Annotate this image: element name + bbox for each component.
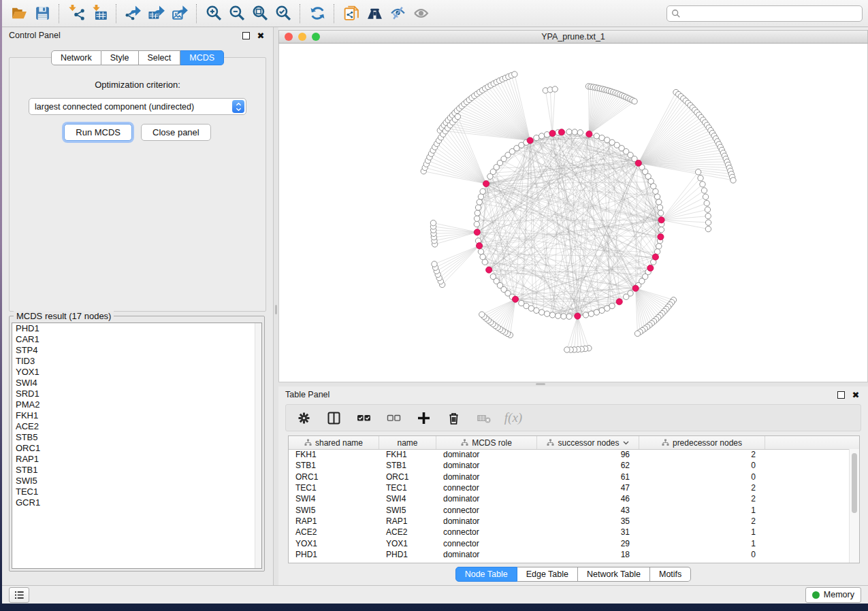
- cell-successor-nodes[interactable]: 61: [537, 472, 639, 482]
- ring-node[interactable]: [588, 311, 594, 316]
- cell-predecessor-nodes[interactable]: 0: [639, 461, 765, 470]
- mcds-node[interactable]: [512, 296, 518, 302]
- ring-node[interactable]: [478, 194, 483, 199]
- mcds-node[interactable]: [658, 217, 664, 223]
- ring-node[interactable]: [566, 129, 572, 135]
- cell-MCDS-role[interactable]: connector: [436, 527, 537, 537]
- column-header-predecessor-nodes[interactable]: predecessor nodes: [639, 436, 765, 449]
- ring-node[interactable]: [555, 313, 560, 318]
- ring-node[interactable]: [539, 310, 544, 315]
- table-row-ORC1[interactable]: ORC1ORC1dominator610: [289, 472, 850, 482]
- cell-successor-nodes[interactable]: 35: [537, 516, 639, 526]
- ring-node[interactable]: [480, 188, 485, 194]
- mcds-node-item[interactable]: STP4: [12, 345, 261, 356]
- leaf-node[interactable]: [700, 182, 705, 187]
- ring-node[interactable]: [657, 205, 662, 210]
- search-box[interactable]: [666, 5, 863, 22]
- cell-successor-nodes[interactable]: 96: [537, 450, 639, 459]
- leaf-node[interactable]: [705, 226, 711, 231]
- leaf-node[interactable]: [564, 347, 570, 352]
- find-network-button[interactable]: [363, 3, 386, 24]
- ring-node[interactable]: [658, 227, 664, 232]
- tab-select[interactable]: Select: [139, 50, 181, 65]
- cell-MCDS-role[interactable]: dominator: [436, 494, 537, 503]
- cell-name[interactable]: SWI5: [379, 506, 436, 515]
- tab-network-table[interactable]: Network Table: [578, 567, 650, 582]
- table-row-SWI4[interactable]: SWI4SWI4dominator462: [289, 493, 850, 504]
- cell-successor-nodes[interactable]: 46: [537, 494, 639, 503]
- mcds-node[interactable]: [476, 243, 482, 249]
- table-row-PHD1[interactable]: PHD1PHD1dominator180: [289, 549, 850, 560]
- close-panel-icon[interactable]: ✖: [255, 30, 266, 41]
- table-row-FKH1[interactable]: FKH1FKH1dominator962: [289, 449, 850, 460]
- cell-successor-nodes[interactable]: 47: [537, 483, 639, 493]
- cell-name[interactable]: STB1: [379, 461, 436, 470]
- mcds-node[interactable]: [558, 129, 564, 135]
- table-row-RAP1[interactable]: RAP1RAP1dominator352: [289, 516, 850, 527]
- cell-MCDS-role[interactable]: dominator: [436, 550, 537, 559]
- ring-node[interactable]: [599, 308, 605, 313]
- cell-predecessor-nodes[interactable]: 2: [639, 483, 765, 493]
- add-row-button[interactable]: [415, 410, 432, 426]
- ring-node[interactable]: [539, 133, 544, 139]
- export-image-button[interactable]: [168, 3, 191, 24]
- mcds-node-item[interactable]: ACE2: [12, 421, 261, 432]
- gear-button[interactable]: [295, 410, 312, 426]
- table-row-YOX1[interactable]: YOX1YOX1connector291: [289, 538, 850, 548]
- cell-MCDS-role[interactable]: connector: [436, 483, 537, 493]
- cell-successor-nodes[interactable]: 29: [537, 539, 639, 548]
- mcds-node-item[interactable]: CAR1: [12, 334, 261, 345]
- ring-node[interactable]: [544, 132, 549, 137]
- mcds-node-item[interactable]: TID3: [12, 356, 261, 367]
- ring-node[interactable]: [577, 130, 583, 135]
- column-header-successor-nodes[interactable]: successor nodes: [537, 436, 639, 449]
- mcds-node-item[interactable]: SWI5: [12, 476, 261, 486]
- save-session-button[interactable]: [31, 3, 54, 24]
- cell-predecessor-nodes[interactable]: 2: [639, 516, 765, 526]
- cell-MCDS-role[interactable]: dominator: [436, 450, 537, 459]
- cell-shared-name[interactable]: RAP1: [289, 516, 379, 526]
- run-mcds-button[interactable]: Run MCDS: [64, 124, 132, 141]
- cell-predecessor-nodes[interactable]: 1: [639, 527, 765, 537]
- leaf-node[interactable]: [430, 220, 436, 226]
- cell-MCDS-role[interactable]: connector: [436, 539, 537, 548]
- ring-node[interactable]: [519, 300, 524, 306]
- ring-node[interactable]: [624, 294, 629, 299]
- close-panel-button[interactable]: Close panel: [141, 124, 211, 141]
- column-header-MCDS-role[interactable]: MCDS role: [436, 436, 537, 449]
- cell-name[interactable]: PHD1: [379, 550, 436, 559]
- ring-node[interactable]: [653, 188, 658, 194]
- ring-node[interactable]: [475, 205, 481, 210]
- leaf-node[interactable]: [632, 99, 637, 104]
- tab-node-table[interactable]: Node Table: [455, 567, 517, 582]
- cell-name[interactable]: ORC1: [379, 472, 436, 482]
- cell-name[interactable]: YOX1: [379, 539, 436, 548]
- cell-predecessor-nodes[interactable]: 0: [639, 472, 765, 482]
- leaf-node[interactable]: [552, 86, 558, 92]
- cell-successor-nodes[interactable]: 43: [537, 506, 639, 515]
- mcds-node[interactable]: [549, 130, 556, 136]
- mcds-node[interactable]: [483, 180, 489, 186]
- ring-node[interactable]: [656, 199, 662, 205]
- ring-node[interactable]: [594, 133, 599, 139]
- leaf-node[interactable]: [704, 200, 709, 205]
- ring-node[interactable]: [490, 274, 496, 279]
- mcds-node-item[interactable]: PHD1: [12, 323, 261, 334]
- vertical-splitter[interactable]: [274, 27, 278, 585]
- cell-shared-name[interactable]: SWI4: [289, 494, 379, 503]
- cell-successor-nodes[interactable]: 62: [537, 461, 639, 470]
- optimization-select[interactable]: largest connected component (undirected): [29, 98, 246, 115]
- mcds-node[interactable]: [647, 265, 654, 271]
- float-panel-icon[interactable]: [240, 30, 251, 41]
- cell-shared-name[interactable]: FKH1: [289, 450, 379, 459]
- refresh-button[interactable]: [306, 3, 329, 24]
- ring-node[interactable]: [549, 312, 555, 318]
- cell-successor-nodes[interactable]: 18: [537, 550, 639, 559]
- mcds-result-list[interactable]: PHD1CAR1STP4TID3YOX1SWI4SRD1PMA2FKH1ACE2…: [12, 323, 262, 569]
- columns-button[interactable]: [325, 410, 342, 426]
- tab-edge-table[interactable]: Edge Table: [517, 567, 578, 582]
- mcds-node[interactable]: [474, 229, 480, 235]
- ring-node[interactable]: [583, 312, 588, 318]
- import-network-button[interactable]: [65, 3, 88, 24]
- leaf-node[interactable]: [698, 176, 703, 181]
